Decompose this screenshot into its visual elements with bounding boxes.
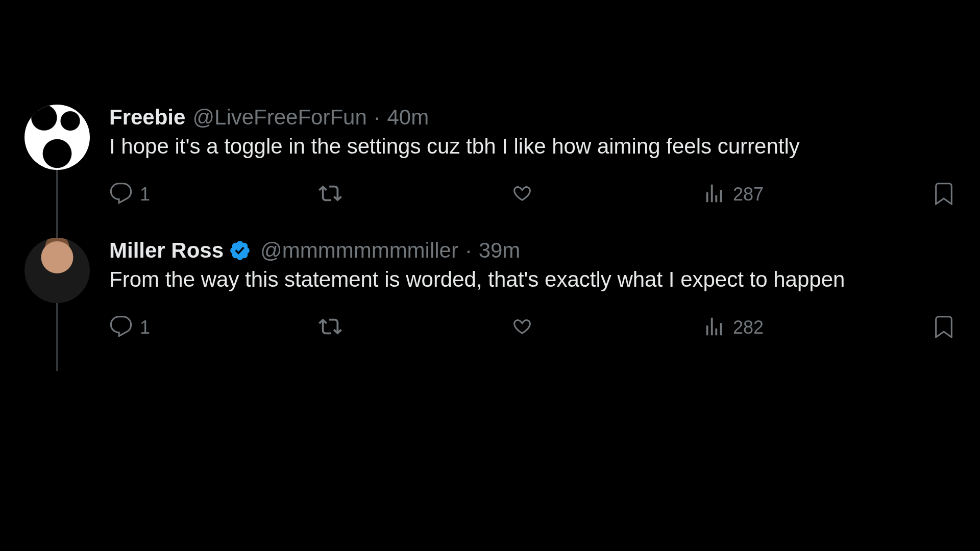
views-icon [702, 182, 726, 207]
reply-icon [109, 315, 133, 340]
reply-count: 1 [140, 317, 150, 338]
retweet-icon [318, 315, 342, 340]
avatar-column [21, 238, 93, 371]
retweet-icon [318, 182, 342, 207]
like-icon [510, 315, 534, 340]
tweet-header: Freebie @LiveFreeForFun · 40m [109, 105, 959, 130]
verified-badge-icon [229, 239, 251, 262]
views-icon [702, 315, 726, 340]
avatar[interactable] [24, 105, 90, 170]
views-count: 287 [733, 184, 764, 205]
tweet-actions: 1 282 [109, 315, 959, 371]
timestamp[interactable]: 40m [387, 105, 429, 130]
bookmark-icon [932, 182, 955, 207]
tweet[interactable]: Freebie @LiveFreeForFun · 40m I hope it'… [0, 105, 980, 238]
retweet-button[interactable] [318, 315, 342, 340]
bookmark-button[interactable] [932, 182, 955, 207]
reply-button[interactable]: 1 [109, 315, 150, 340]
timestamp[interactable]: 39m [479, 238, 521, 263]
user-handle[interactable]: @LiveFreeForFun [192, 105, 366, 130]
tweet-text: I hope it's a toggle in the settings cuz… [109, 132, 959, 161]
reply-icon [109, 182, 133, 207]
like-button[interactable] [510, 182, 534, 207]
thread-line [56, 170, 58, 238]
separator: · [374, 105, 380, 130]
tweet-content: Miller Ross @mmmmmmmmiller · 39m From th… [93, 238, 959, 371]
reply-count: 1 [140, 184, 150, 205]
reply-button[interactable]: 1 [109, 182, 150, 207]
retweet-button[interactable] [318, 182, 342, 207]
views-button[interactable]: 287 [702, 182, 764, 207]
views-count: 282 [733, 317, 764, 338]
bookmark-icon [932, 315, 955, 340]
tweet[interactable]: Miller Ross @mmmmmmmmiller · 39m From th… [0, 238, 980, 371]
avatar[interactable] [24, 238, 90, 303]
bookmark-button[interactable] [932, 315, 955, 340]
separator: · [465, 238, 472, 263]
tweet-content: Freebie @LiveFreeForFun · 40m I hope it'… [93, 105, 959, 238]
display-name[interactable]: Miller Ross [109, 238, 224, 263]
user-handle[interactable]: @mmmmmmmmiller [260, 238, 458, 263]
like-button[interactable] [510, 315, 534, 340]
tweet-feed: Freebie @LiveFreeForFun · 40m I hope it'… [0, 0, 980, 371]
tweet-text: From the way this statement is worded, t… [109, 265, 959, 294]
display-name[interactable]: Freebie [109, 105, 185, 130]
avatar-column [21, 105, 93, 238]
views-button[interactable]: 282 [702, 315, 764, 340]
tweet-actions: 1 287 [109, 182, 959, 238]
tweet-header: Miller Ross @mmmmmmmmiller · 39m [109, 238, 959, 263]
like-icon [510, 182, 534, 207]
thread-line [56, 303, 58, 371]
